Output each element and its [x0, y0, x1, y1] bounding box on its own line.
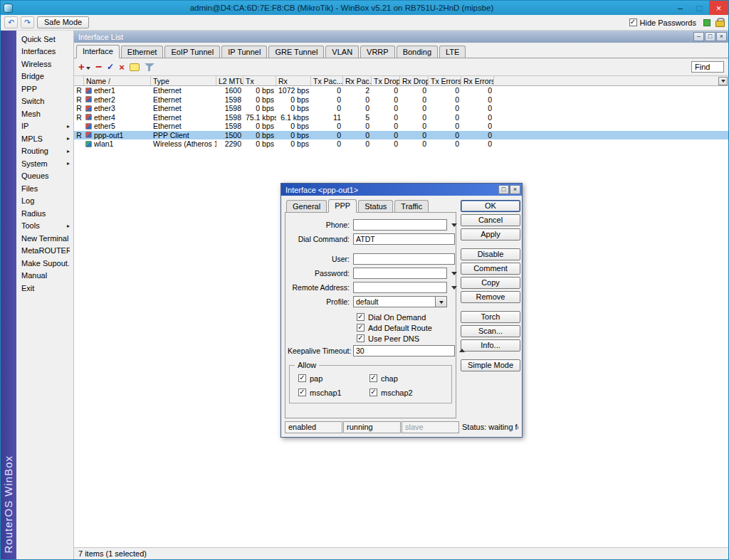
- allow-option-checkbox[interactable]: [369, 374, 377, 382]
- interface-list-tab[interactable]: GRE Tunnel: [268, 46, 324, 58]
- table-row[interactable]: R ether4 Ethernet 1598 75.1 kbps 6.1 kbp…: [74, 113, 728, 122]
- dialog-button[interactable]: Info...: [461, 339, 520, 352]
- remote-address-dropdown-icon[interactable]: [451, 286, 457, 292]
- allow-option-checkbox[interactable]: [298, 389, 306, 396]
- option-checkbox[interactable]: [357, 334, 364, 342]
- password-dropdown-icon[interactable]: [451, 272, 457, 278]
- interface-list-tab[interactable]: VLAN: [325, 46, 359, 58]
- sidebar-item[interactable]: New Terminal: [16, 232, 73, 245]
- sidebar-item[interactable]: Interfaces: [16, 46, 73, 58]
- dialog-button[interactable]: Torch: [461, 311, 520, 323]
- undo-icon[interactable]: ↶: [4, 16, 18, 28]
- sidebar-item[interactable]: Switch: [16, 95, 73, 108]
- safe-mode-button[interactable]: Safe Mode: [37, 16, 89, 28]
- interface-list-tab[interactable]: VRRP: [360, 46, 395, 58]
- profile-input[interactable]: [353, 296, 436, 307]
- allow-option-row[interactable]: mschap2: [369, 387, 441, 398]
- table-row[interactable]: R ppp-out1 PPP Client 1500 0 bps 0 bps 0: [74, 131, 728, 140]
- sidebar-item[interactable]: Routing: [16, 145, 73, 158]
- mdi-minimize-icon[interactable]: –: [693, 32, 704, 41]
- table-row[interactable]: R ether1 Ethernet 1600 0 bps 1072 bps 0: [74, 86, 728, 95]
- sidebar-item[interactable]: Make Supout.rif: [16, 257, 73, 270]
- dialog-close-icon[interactable]: ×: [510, 185, 520, 194]
- sidebar-item[interactable]: IP: [16, 120, 73, 133]
- allow-option-row[interactable]: pap: [298, 373, 369, 384]
- dialog-button[interactable]: Scan...: [461, 325, 520, 337]
- column-header[interactable]: L2 MTU: [216, 76, 243, 85]
- table-row[interactable]: R ether2 Ethernet 1598 0 bps 0 bps 0: [74, 95, 728, 105]
- sidebar-item[interactable]: MetaROUTER: [16, 245, 73, 258]
- sidebar-item[interactable]: Exit: [16, 282, 73, 295]
- allow-option-row[interactable]: mschap1: [298, 387, 369, 398]
- phone-input[interactable]: [353, 219, 447, 231]
- mdi-close-icon[interactable]: ×: [716, 32, 727, 41]
- sidebar-item[interactable]: Manual: [16, 270, 73, 282]
- interface-list-tab[interactable]: IP Tunnel: [221, 46, 267, 58]
- minimize-window-icon[interactable]: –: [671, 1, 690, 15]
- dialog-button[interactable]: Remove: [461, 291, 520, 303]
- hide-passwords-checkbox[interactable]: [629, 19, 637, 26]
- dialog-button[interactable]: Cancel: [461, 214, 520, 226]
- column-header[interactable]: Type: [151, 76, 216, 85]
- sidebar-item[interactable]: Bridge: [16, 70, 73, 83]
- dialog-button[interactable]: Comment: [461, 263, 520, 275]
- column-header[interactable]: Rx: [276, 76, 311, 85]
- option-row[interactable]: Dial On Demand: [357, 312, 453, 322]
- sidebar-item[interactable]: Log: [16, 195, 73, 208]
- table-row[interactable]: ether5 Ethernet 1598 0 bps 0 bps 0 0 0 0: [74, 122, 728, 131]
- interface-list-tab[interactable]: Bonding: [397, 46, 438, 58]
- sidebar-item[interactable]: Wireless: [16, 58, 73, 70]
- column-header[interactable]: Rx Pac...: [343, 76, 372, 85]
- sidebar-item[interactable]: PPP: [16, 83, 73, 95]
- remote-address-input[interactable]: [353, 282, 447, 293]
- allow-option-checkbox[interactable]: [298, 374, 306, 382]
- dialog-button[interactable]: Copy: [461, 277, 520, 289]
- sidebar-item[interactable]: Tools: [16, 220, 73, 233]
- dialog-button[interactable]: OK: [461, 200, 520, 212]
- column-select-icon[interactable]: [718, 77, 728, 85]
- option-checkbox[interactable]: [357, 313, 364, 321]
- sidebar-item[interactable]: MPLS: [16, 132, 73, 145]
- password-input[interactable]: [353, 268, 447, 279]
- dial-command-input[interactable]: [353, 233, 455, 245]
- profile-combobox[interactable]: [353, 296, 447, 307]
- sidebar-item[interactable]: Mesh: [16, 107, 73, 120]
- phone-dropdown-icon[interactable]: [451, 223, 457, 230]
- sidebar-item[interactable]: Files: [16, 182, 73, 195]
- maximize-window-icon[interactable]: □: [690, 1, 709, 15]
- sidebar-item[interactable]: Radius: [16, 207, 73, 220]
- redo-icon[interactable]: ↷: [21, 16, 34, 28]
- table-row[interactable]: wlan1 Wireless (Atheros 11N) 2290 0 bps …: [74, 139, 728, 149]
- interface-list-tab[interactable]: Ethernet: [121, 46, 164, 58]
- dialog-button[interactable]: Apply: [461, 228, 520, 241]
- add-interface-button[interactable]: +: [78, 61, 90, 73]
- column-header[interactable]: Tx Drops: [372, 76, 400, 85]
- interface-list-tab[interactable]: Interface: [76, 45, 120, 58]
- column-header[interactable]: Tx Errors: [429, 76, 461, 85]
- dialog-tab[interactable]: Status: [358, 200, 393, 212]
- column-header[interactable]: Tx: [243, 76, 276, 85]
- dialog-tab[interactable]: Traffic: [394, 200, 429, 212]
- sidebar-item[interactable]: Quick Set: [16, 33, 73, 46]
- option-row[interactable]: Use Peer DNS: [357, 333, 453, 344]
- dialog-restore-icon[interactable]: □: [498, 185, 509, 194]
- column-header[interactable]: [74, 76, 84, 85]
- keepalive-up-icon[interactable]: [459, 346, 465, 352]
- dialog-button[interactable]: Disable: [461, 248, 520, 260]
- sidebar-item[interactable]: System: [16, 157, 73, 170]
- mdi-maximize-icon[interactable]: □: [705, 32, 715, 41]
- filter-icon[interactable]: [145, 63, 154, 72]
- comment-icon[interactable]: [130, 63, 140, 71]
- column-header[interactable]: Rx Drops: [400, 76, 429, 85]
- interface-list-titlebar[interactable]: Interface List – □ ×: [74, 31, 728, 43]
- profile-dropdown-icon[interactable]: [436, 296, 447, 307]
- table-row[interactable]: R ether3 Ethernet 1598 0 bps 0 bps 0: [74, 104, 728, 113]
- interface-list-tab[interactable]: LTE: [439, 46, 466, 58]
- option-row[interactable]: Add Default Route: [357, 322, 453, 333]
- find-button[interactable]: Find: [691, 61, 724, 73]
- column-header[interactable]: Name: [84, 76, 151, 85]
- close-window-icon[interactable]: ×: [709, 1, 728, 15]
- dialog-tab[interactable]: General: [286, 200, 327, 212]
- sidebar-item[interactable]: Queues: [16, 170, 73, 183]
- option-checkbox[interactable]: [357, 324, 364, 332]
